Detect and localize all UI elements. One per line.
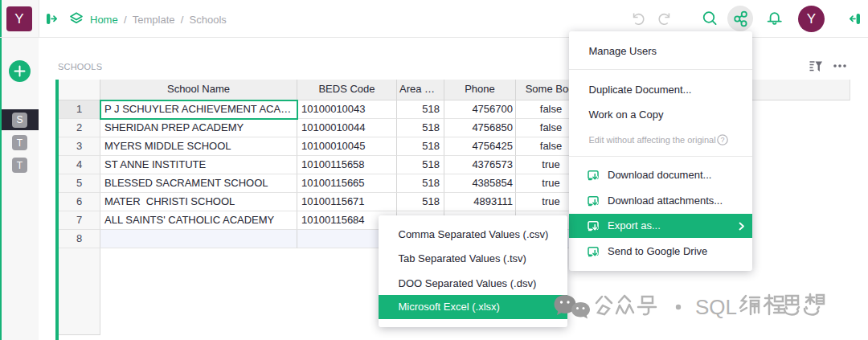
svg-text:?: ? <box>720 136 724 144</box>
